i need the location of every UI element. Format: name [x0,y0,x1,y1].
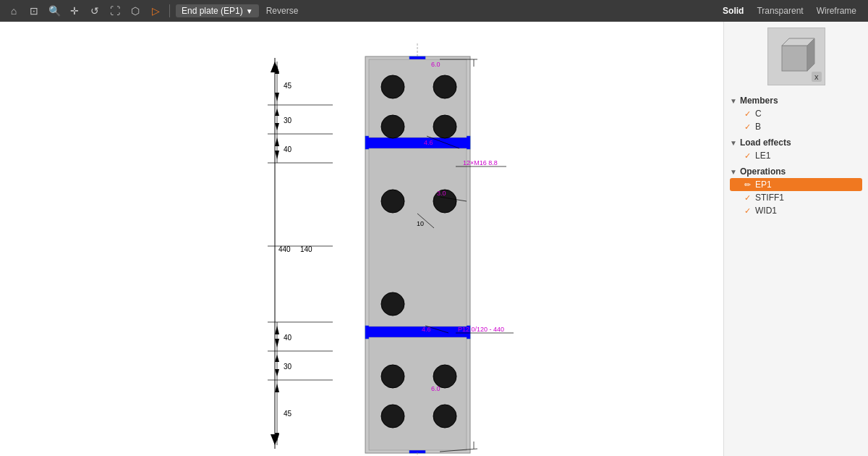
le1-item[interactable]: ✓ LE1 [730,149,862,162]
member-b-item[interactable]: ✓ B [730,120,862,133]
transparent-mode-button[interactable]: Transparent [751,4,809,17]
svg-text:12×M16 8.8: 12×M16 8.8 [463,159,498,166]
svg-text:4.6: 4.6 [422,326,431,333]
svg-rect-39 [365,136,470,149]
wireframe-mode-button[interactable]: Wireframe [811,4,862,17]
members-header[interactable]: ▼ Members [730,94,862,107]
separator [169,4,170,17]
operations-header[interactable]: ▼ Operations [730,165,862,178]
stiff1-label: STIFF1 [755,193,784,203]
ep1-label: EP1 [755,180,772,190]
members-collapse-icon: ▼ [730,97,737,105]
svg-point-46 [381,115,404,138]
dropdown-arrow-icon: ▼ [246,7,253,15]
arrow-icon[interactable]: ▷ [148,3,163,19]
svg-rect-42 [369,337,467,450]
svg-text:40: 40 [284,334,292,342]
svg-point-50 [381,292,404,316]
le1-label: LE1 [755,151,770,161]
svg-rect-40 [365,326,470,339]
ep1-dropdown[interactable]: End plate (EP1) ▼ [176,4,259,17]
stiff1-item[interactable]: ✓ STIFF1 [730,191,862,204]
svg-rect-0 [0,22,723,456]
ep1-item[interactable]: ✏ EP1 [730,178,862,191]
svg-text:45: 45 [284,82,292,90]
load-effects-collapse-icon: ▼ [730,139,737,147]
view-modes: Solid Transparent Wireframe [717,0,868,22]
frame-icon[interactable]: ⛶ [107,3,123,19]
svg-text:45: 45 [284,410,292,418]
svg-text:40: 40 [284,145,292,153]
svg-text:10: 10 [417,220,424,227]
refresh-icon[interactable]: ↺ [87,3,103,19]
load-effects-label: Load effects [740,138,791,148]
3d-view-box[interactable]: x [767,28,825,85]
move-icon[interactable]: ✛ [67,3,82,19]
engineering-drawing: 45 30 40 440 140 40 30 [0,22,723,456]
svg-point-54 [433,405,456,428]
svg-text:140: 140 [300,245,312,253]
svg-text:6.0: 6.0 [431,385,441,392]
load-effects-section: ▼ Load effects ✓ LE1 [730,136,862,162]
svg-point-45 [433,75,456,98]
svg-point-47 [433,115,456,138]
members-section: ▼ Members ✓ C ✓ B [730,94,862,133]
load-effects-header[interactable]: ▼ Load effects [730,136,862,149]
3d-view-x-label: x [812,72,822,82]
member-c-check-icon: ✓ [744,109,751,119]
main-area: 45 30 40 440 140 40 30 [0,22,868,456]
member-c-item[interactable]: ✓ C [730,107,862,120]
search-icon[interactable]: 🔍 [46,3,62,19]
operations-section: ▼ Operations ✏ EP1 ✓ STIFF1 ✓ WID1 [730,165,862,217]
member-b-check-icon: ✓ [744,122,751,132]
svg-point-51 [381,365,404,388]
dropdown-label: End plate (EP1) [182,6,243,16]
svg-text:3.0: 3.0 [437,190,446,197]
home-icon[interactable]: ⌂ [6,3,22,19]
svg-text:4.6: 4.6 [424,139,433,146]
operations-collapse-icon: ▼ [730,168,737,176]
wid1-label: WID1 [755,206,777,216]
toolbar: ⌂ ⊡ 🔍 ✛ ↺ ⛶ ⬡ ▷ End plate (EP1) ▼ Revers… [0,0,868,22]
svg-rect-80 [782,46,807,71]
svg-point-53 [381,405,404,428]
drawing-canvas: 45 30 40 440 140 40 30 [0,22,723,456]
svg-text:30: 30 [284,363,292,371]
svg-text:6.0: 6.0 [431,61,441,68]
ep1-edit-icon: ✏ [744,180,751,190]
le1-check-icon: ✓ [744,151,751,161]
member-b-label: B [755,122,761,132]
solid-mode-button[interactable]: Solid [717,4,749,17]
svg-point-44 [381,75,404,98]
svg-point-48 [381,190,404,213]
wid1-item[interactable]: ✓ WID1 [730,204,862,217]
svg-text:440: 440 [278,245,291,253]
members-label: Members [740,96,778,106]
operations-label: Operations [740,166,786,177]
right-panel: x ▼ Members ✓ C ✓ B ▼ Load effects [723,22,868,456]
stiff1-check-icon: ✓ [744,193,751,203]
shape-icon[interactable]: ⬡ [127,3,143,19]
reverse-button[interactable]: Reverse [266,6,299,16]
member-c-label: C [755,109,762,119]
wid1-check-icon: ✓ [744,206,751,216]
svg-text:P12.0/120 - 440: P12.0/120 - 440 [458,326,504,333]
svg-text:30: 30 [284,117,292,124]
zoom-fit-icon[interactable]: ⊡ [26,3,42,19]
